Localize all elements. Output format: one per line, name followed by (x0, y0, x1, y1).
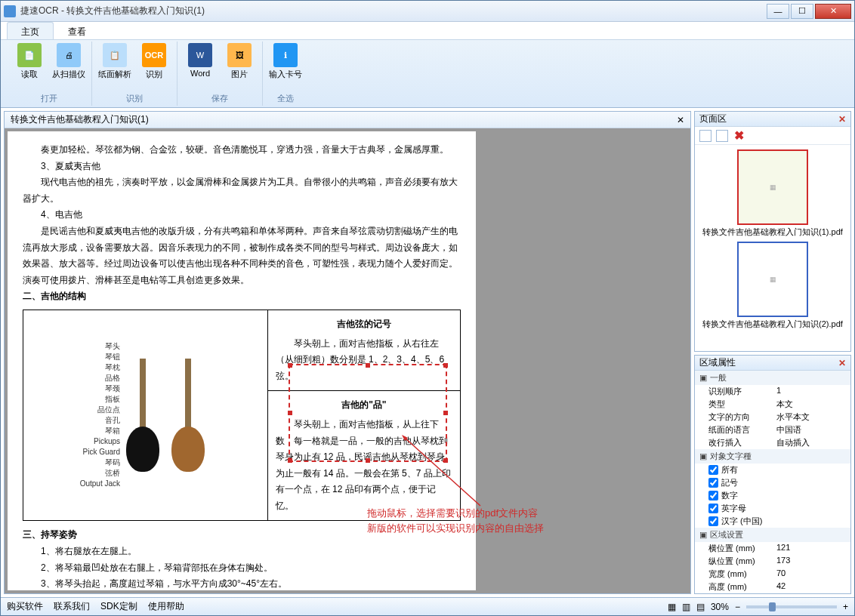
thumb-delete-icon[interactable]: ✖ (733, 130, 745, 142)
body-text: 奏更加轻松。琴弦都为钢、合金弦，较硬。音色清脆悦耳，穿透力强，音量大于古典琴，金… (23, 142, 461, 159)
font-check-all[interactable] (708, 464, 718, 476)
status-help[interactable]: 使用帮助 (148, 600, 184, 613)
group-recog-label: 识别 (126, 93, 143, 104)
zoom-slider[interactable] (746, 605, 837, 608)
app-icon (4, 5, 16, 17)
list-item: 3、将琴头抬起，高度超过琴箱，与水平方向成30°~45°左右。 (23, 576, 461, 593)
props-section-general[interactable]: ▣ 一般 (695, 371, 850, 385)
parse-button[interactable]: 📋纸面解析 (98, 43, 131, 80)
image-button[interactable]: 🖼图片 (223, 43, 256, 80)
pages-panel-title: 页面区 (699, 112, 727, 125)
props-section-region[interactable]: ▣ 区域设置 (695, 528, 850, 542)
scanner-button[interactable]: 🖨从扫描仪 (52, 43, 85, 80)
pages-panel: 页面区✕ ✖ ▦ 转换文件吉他基础教程入门知识(1).pdf ▦ 转换文件吉他基… (694, 111, 851, 352)
zoom-value[interactable]: 30% (711, 602, 729, 612)
statusbar: 购买软件 联系我们 SDK定制 使用帮助 ▦ ▥ ▤ 30% − + (1, 597, 854, 615)
view-icon-1[interactable]: ▦ (668, 602, 676, 612)
thumb-img-2: ▦ (737, 242, 808, 317)
page-thumbnail[interactable]: ▦ 转换文件吉他基础教程入门知识(2).pdf (699, 242, 846, 329)
thumb-caption: 转换文件吉他基础教程入门知识(1).pdf (699, 226, 846, 237)
tab-home[interactable]: 主页 (7, 22, 54, 39)
list-item: 2、将琴箱最凹处放在右腿上，琴箱背部抵在身体右胸处。 (23, 560, 461, 577)
thumb-toolbar: ✖ (695, 127, 850, 145)
thumb-img-1: ▦ (737, 149, 808, 225)
page-thumbnail[interactable]: ▦ 转换文件吉他基础教程入门知识(1).pdf (699, 149, 846, 237)
content-area: 转换文件吉他基础教程入门知识(1) ✕ 奏更加轻松。琴弦都为钢、合金弦，较硬。音… (1, 108, 854, 597)
heading: 3、夏威夷吉他 (23, 159, 461, 175)
status-contact[interactable]: 联系我们 (54, 600, 90, 613)
font-check-symbol[interactable] (708, 477, 718, 488)
titlebar: 捷速OCR - 转换文件吉他基础教程入门知识(1) — ☐ ✕ (1, 1, 854, 22)
document-canvas[interactable]: 奏更加轻松。琴弦都为钢、合金弦，较硬。音色清脆悦耳，穿透力强，音量大于古典琴，金… (5, 128, 690, 593)
tab-view[interactable]: 查看 (54, 22, 100, 39)
view-icon-3[interactable]: ▤ (696, 602, 705, 612)
font-check-alpha[interactable] (708, 503, 718, 514)
ocr-selection[interactable] (289, 364, 447, 462)
ribbon-tabstrip: 主页 查看 (1, 22, 854, 40)
close-doc-icon[interactable]: ✕ (677, 115, 684, 125)
thumb-tool-2[interactable] (716, 130, 728, 142)
read-button[interactable]: 📄读取 (13, 43, 46, 80)
thumb-tool-1[interactable] (699, 130, 711, 142)
props-panel-title: 区域属性 (699, 356, 736, 369)
status-buy[interactable]: 购买软件 (7, 600, 43, 613)
word-button[interactable]: WWord (184, 43, 217, 78)
close-button[interactable]: ✕ (815, 4, 851, 19)
app-window: 捷速OCR - 转换文件吉他基础教程入门知识(1) — ☐ ✕ 主页 查看 📄读… (0, 0, 855, 616)
list-item: 1、将右腿放在左腿上。 (23, 544, 461, 560)
font-check-hanzi[interactable] (708, 516, 718, 527)
group-all-label: 全选 (277, 93, 294, 104)
close-panel-icon[interactable]: ✕ (838, 114, 846, 125)
ribbon: 📄读取 🖨从扫描仪 打开 📋纸面解析 OCR识别 识别 WWord 🖼图片 保存… (1, 40, 854, 108)
minimize-button[interactable]: — (767, 4, 789, 19)
heading: 4、电吉他 (23, 207, 461, 223)
maximize-button[interactable]: ☐ (791, 4, 813, 19)
properties-panel: 区域属性✕ ▣ 一般 识别顺序1 类型本文 文字的方向水平本文 纸面的语言中国语… (694, 355, 851, 594)
document-tab-label: 转换文件吉他基础教程入门知识(1) (11, 113, 149, 126)
font-check-number[interactable] (708, 490, 718, 501)
acoustic-guitar-img (173, 359, 203, 472)
group-open-label: 打开 (41, 93, 57, 104)
right-sidebar: 页面区✕ ✖ ▦ 转换文件吉他基础教程入门知识(1).pdf ▦ 转换文件吉他基… (694, 111, 851, 594)
zoom-in-icon[interactable]: + (843, 602, 848, 612)
close-panel-icon[interactable]: ✕ (838, 358, 846, 368)
electric-guitar-img (128, 359, 158, 472)
body-text: 是民谣吉他和夏威夷电吉他的改版升级，分有共鸣箱和单体琴两种。声音来自琴弦震动切割… (23, 223, 461, 288)
list-item: 4、将右手小臂后三分之一处放置在琴箱最凸部位，右手腕放松，手自然垂直与琴弦呈十字… (23, 593, 461, 593)
card-button[interactable]: ℹ输入卡号 (269, 43, 302, 80)
props-section-fonts[interactable]: ▣ 对象文字種 (695, 449, 850, 464)
document-tab[interactable]: 转换文件吉他基础教程入门知识(1) ✕ (5, 112, 690, 128)
annotation-text: 拖动鼠标，选择需要识别的pdf文件内容 新版的软件可以实现识别内容的自由选择 (367, 506, 544, 535)
status-sdk[interactable]: SDK定制 (100, 600, 137, 613)
thumb-caption: 转换文件吉他基础教程入门知识(2).pdf (699, 319, 846, 329)
window-title: 捷速OCR - 转换文件吉他基础教程入门知识(1) (20, 5, 767, 17)
ocr-button[interactable]: OCR识别 (137, 43, 171, 80)
part-labels: 琴头琴钮 琴枕品格 琴颈指板 品位点音孔 琴箱Pickups Pick Guar… (80, 341, 120, 489)
section-heading: 二、吉他的结构 (23, 288, 461, 305)
body-text: 现代电吉他的祖先，演奏时平放，以金属滑棒和金属拨片为工具。自带很小的共鸣箱，声音… (23, 174, 461, 207)
document-panel: 转换文件吉他基础教程入门知识(1) ✕ 奏更加轻松。琴弦都为钢、合金弦，较硬。音… (4, 111, 691, 594)
cell1-title: 吉他弦的记号 (276, 316, 452, 333)
view-icon-2[interactable]: ▥ (682, 602, 690, 612)
group-save-label: 保存 (211, 93, 228, 104)
zoom-out-icon[interactable]: − (735, 602, 740, 612)
